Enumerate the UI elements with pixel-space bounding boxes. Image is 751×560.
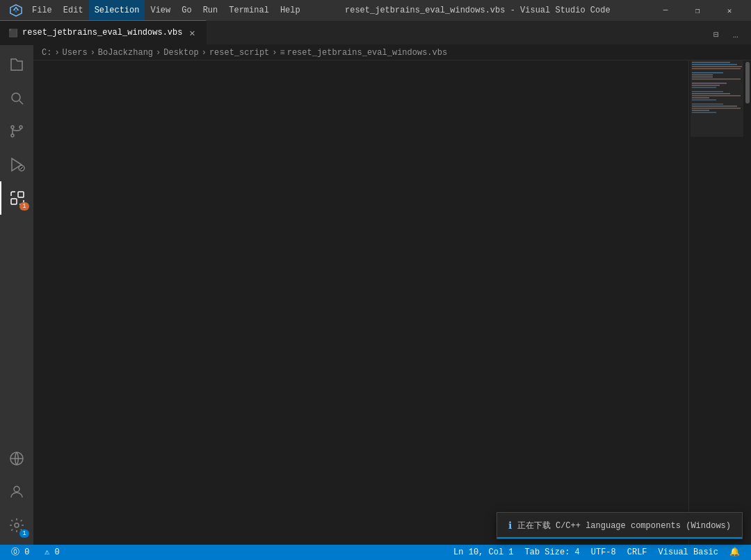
tab-file[interactable]: ⬛ reset_jetbrains_eval_windows.vbs ✕ xyxy=(0,20,207,44)
status-right: Ln 10, Col 1 Tab Size: 4 UTF-8 CRLF Visu… xyxy=(448,545,745,560)
activity-source-control[interactable] xyxy=(0,115,33,148)
tab-actions: ⊟ … xyxy=(706,25,751,44)
menu-go[interactable]: Go xyxy=(176,0,197,21)
activity-explorer[interactable] xyxy=(0,48,33,81)
window-controls: ─ ❐ ✕ xyxy=(649,0,745,21)
main-layout: 1 1 xyxy=(0,45,751,545)
notification-progress xyxy=(497,537,742,538)
status-encoding[interactable]: UTF-8 xyxy=(586,545,622,560)
status-left: ⓪ 0 ⚠ 0 xyxy=(6,545,65,560)
svg-point-4 xyxy=(19,126,22,129)
breadcrumb-sep: › xyxy=(156,48,161,58)
activity-bottom: 1 xyxy=(0,442,33,542)
more-actions-button[interactable]: … xyxy=(726,25,745,44)
svg-point-0 xyxy=(12,93,20,101)
notification-text: 正在下载 C/C++ language components (Windows) xyxy=(517,520,731,532)
extensions-badge: 1 xyxy=(19,202,29,211)
svg-rect-35 xyxy=(691,60,743,137)
svg-point-2 xyxy=(11,126,14,129)
status-tab-size[interactable]: Tab Size: 4 xyxy=(519,545,586,560)
editor-area: C: › Users › BoJackzhang › Desktop › res… xyxy=(33,45,751,545)
activity-account[interactable] xyxy=(0,475,33,509)
tab-bar: ⬛ reset_jetbrains_eval_windows.vbs ✕ ⊟ … xyxy=(0,21,751,45)
breadcrumb-sep: › xyxy=(202,48,207,58)
minimap xyxy=(688,60,744,545)
svg-point-11 xyxy=(14,486,19,492)
breadcrumb-icon: ≡ xyxy=(280,48,285,58)
activity-remote[interactable] xyxy=(0,442,33,475)
svg-line-1 xyxy=(19,101,23,104)
minimize-button[interactable]: ─ xyxy=(649,0,681,21)
activity-bar: 1 1 xyxy=(0,45,33,545)
breadcrumb: C: › Users › BoJackzhang › Desktop › res… xyxy=(33,45,751,60)
notification-bar: ℹ 正在下载 C/C++ language components (Window… xyxy=(496,512,743,539)
menu-bar: File Edit Selection View Go Run Terminal… xyxy=(26,0,306,21)
split-editor-button[interactable]: ⊟ xyxy=(706,25,726,44)
svg-point-12 xyxy=(15,523,19,527)
menu-terminal[interactable]: Terminal xyxy=(223,0,275,21)
breadcrumb-item[interactable]: Desktop xyxy=(163,48,198,58)
status-notifications[interactable]: 🔔 xyxy=(724,545,745,560)
menu-run[interactable]: Run xyxy=(197,0,224,21)
breadcrumb-sep: › xyxy=(272,48,277,58)
menu-file[interactable]: File xyxy=(26,0,58,21)
editor-content[interactable] xyxy=(33,60,751,545)
line-numbers xyxy=(33,60,68,545)
breadcrumb-sep: › xyxy=(54,48,59,58)
titlebar-left: File Edit Selection View Go Run Terminal… xyxy=(6,0,306,21)
svg-point-3 xyxy=(11,134,14,137)
window-title: reset_jetbrains_eval_windows.vbs - Visua… xyxy=(306,6,649,15)
menu-edit[interactable]: Edit xyxy=(58,0,89,21)
tab-close-button[interactable]: ✕ xyxy=(186,27,197,38)
breadcrumb-item[interactable]: reset_script xyxy=(209,48,269,58)
code-area[interactable] xyxy=(68,60,688,545)
svg-rect-9 xyxy=(18,192,24,197)
maximize-button[interactable]: ❐ xyxy=(681,0,713,21)
breadcrumb-item[interactable]: reset_jetbrains_eval_windows.vbs xyxy=(287,48,447,58)
menu-selection[interactable]: Selection xyxy=(89,0,145,21)
vertical-scrollbar[interactable] xyxy=(744,60,751,545)
notification-icon: ℹ xyxy=(508,520,512,532)
activity-extensions[interactable]: 1 xyxy=(0,181,33,215)
status-cursor[interactable]: Ln 10, Col 1 xyxy=(448,545,519,560)
status-bar: ⓪ 0 ⚠ 0 Ln 10, Col 1 Tab Size: 4 UTF-8 C… xyxy=(0,545,751,560)
breadcrumb-item[interactable]: Users xyxy=(63,48,88,58)
menu-view[interactable]: View xyxy=(145,0,176,21)
status-language[interactable]: Visual Basic xyxy=(653,545,724,560)
minimap-canvas xyxy=(689,60,744,477)
status-errors[interactable]: ⓪ 0 ⚠ 0 xyxy=(6,545,65,560)
activity-search[interactable] xyxy=(0,81,33,115)
menu-help[interactable]: Help xyxy=(275,0,306,21)
tab-label: reset_jetbrains_eval_windows.vbs xyxy=(22,28,182,38)
activity-settings[interactable]: 1 xyxy=(0,509,33,542)
breadcrumb-item[interactable]: BoJackzhang xyxy=(98,48,153,58)
settings-badge: 1 xyxy=(19,529,29,538)
breadcrumb-item[interactable]: C: xyxy=(42,48,51,58)
tab-icon: ⬛ xyxy=(8,28,18,38)
breadcrumb-sep: › xyxy=(90,48,95,58)
app-logo xyxy=(6,4,26,17)
close-button[interactable]: ✕ xyxy=(713,0,745,21)
activity-run-debug[interactable] xyxy=(0,148,33,181)
svg-rect-8 xyxy=(11,199,17,204)
status-line-ending[interactable]: CRLF xyxy=(622,545,653,560)
titlebar: File Edit Selection View Go Run Terminal… xyxy=(0,0,751,21)
